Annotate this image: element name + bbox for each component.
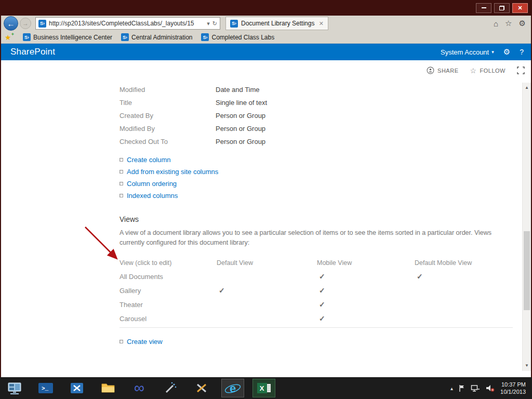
column-link-item: Column ordering	[119, 178, 514, 190]
vertical-scrollbar[interactable]: ▲ ▼	[522, 83, 531, 371]
view-row: All Documents ✓ ✓	[119, 270, 513, 284]
minimize-button[interactable]	[476, 3, 491, 13]
server-tools-icon[interactable]	[190, 379, 213, 397]
share-button[interactable]: SHARE	[427, 66, 458, 74]
scroll-down-button[interactable]: ▼	[523, 362, 531, 370]
view-row: Theater ✓	[119, 298, 513, 312]
address-url[interactable]: http://sp2013/sites/CompletedClassLabs/_…	[49, 20, 204, 27]
column-row: Modified Date and Time	[119, 83, 514, 96]
excel-icon[interactable]: X	[252, 379, 275, 397]
share-icon	[427, 66, 434, 74]
default-mobile-view-check: ✓	[415, 272, 513, 281]
views-table: View (click to edit) Default View Mobile…	[119, 256, 513, 328]
favorites-bar-item[interactable]: S› Business Intelligence Center	[23, 33, 112, 41]
powershell-icon[interactable]: >_	[34, 379, 57, 397]
favorites-items: S› Business Intelligence Center S› Centr…	[23, 33, 274, 41]
favorites-bar-item[interactable]: S› Completed Class Labs	[201, 33, 274, 41]
window-titlebar: ✕	[0, 0, 532, 16]
site-settings-gear-icon[interactable]: ⚙	[503, 47, 510, 57]
plus-icon: +	[11, 32, 14, 37]
forward-button[interactable]: →	[20, 18, 31, 29]
admin-wand-tools-icon[interactable]	[159, 379, 182, 397]
create-view-link[interactable]: Create view	[127, 338, 163, 345]
back-button[interactable]: ←	[4, 16, 18, 31]
scrollbar-thumb[interactable]	[524, 231, 530, 310]
columns-list: Modified Date and Time Title Single line…	[119, 81, 514, 148]
square-bullet-icon	[119, 194, 123, 197]
tab-favicon-sharepoint-icon: S›	[230, 20, 238, 28]
network-icon[interactable]	[471, 384, 480, 392]
chevron-down-icon: ▾	[491, 49, 494, 55]
view-name-link[interactable]: Theater	[119, 301, 217, 309]
favorites-bar-item[interactable]: S› Central Administration	[121, 33, 192, 41]
sharepoint-site-icon: S›	[38, 20, 46, 28]
column-action-link[interactable]: Add from existing site columns	[127, 168, 218, 176]
column-name-link[interactable]: Created By	[119, 112, 216, 119]
browser-settings-gear-icon[interactable]: ⚙	[519, 19, 526, 28]
home-icon[interactable]: ⌂	[494, 19, 498, 28]
start-button[interactable]	[3, 379, 26, 397]
column-name-link[interactable]: Checked Out To	[119, 138, 216, 145]
sharepoint-icon: S›	[201, 33, 209, 41]
page-content: Modified Date and Time Title Single line…	[1, 81, 531, 377]
share-label: SHARE	[437, 68, 458, 74]
browser-tab[interactable]: S› Document Library Settings ✕	[225, 17, 328, 30]
add-favorite-icon[interactable]: ★+	[5, 34, 14, 41]
follow-button[interactable]: ☆ FOLLOW	[470, 66, 506, 75]
view-name-link[interactable]: Gallery	[119, 287, 217, 295]
account-menu[interactable]: System Account ▾	[441, 48, 494, 56]
tab-close-icon[interactable]: ✕	[319, 20, 324, 27]
tray-expand-icon[interactable]: ▴	[450, 385, 453, 391]
help-button[interactable]: ?	[520, 48, 524, 56]
scroll-up-button[interactable]: ▲	[523, 84, 531, 92]
taskbar-clock[interactable]: 10:37 PM 10/1/2013	[500, 381, 526, 396]
column-name-link[interactable]: Modified By	[119, 125, 216, 132]
mobile-view-check: ✓	[317, 314, 415, 323]
volume-muted-icon[interactable]	[486, 384, 495, 392]
favorite-label: Completed Class Labs	[211, 34, 274, 41]
browser-window: ✕ ← → S› http://sp2013/sites/CompletedCl…	[0, 0, 532, 399]
infinity-app-icon[interactable]: ∞	[128, 379, 151, 397]
address-dropdown-icon[interactable]: ▾	[207, 20, 210, 27]
header-mobile-view: Mobile View	[317, 259, 415, 267]
focus-mode-button[interactable]	[517, 66, 525, 74]
column-type: Person or Group	[216, 112, 265, 119]
file-explorer-icon[interactable]	[97, 379, 119, 397]
column-action-link[interactable]: Column ordering	[127, 180, 177, 188]
internet-explorer-icon[interactable]: e	[221, 379, 244, 397]
address-bar[interactable]: S› http://sp2013/sites/CompletedClassLab…	[35, 17, 220, 30]
column-link-item: Create column	[119, 154, 514, 166]
restore-button[interactable]	[494, 3, 510, 13]
tab-title: Document Library Settings	[241, 20, 316, 27]
forward-arrow-icon: →	[22, 20, 29, 27]
refresh-icon[interactable]: ↻	[212, 20, 217, 27]
views-description: A view of a document library allows you …	[119, 228, 493, 248]
column-name-link[interactable]: Modified	[119, 86, 216, 94]
header-view: View (click to edit)	[119, 259, 217, 267]
action-center-flag-icon[interactable]	[459, 384, 465, 392]
favorites-star-icon[interactable]: ☆	[505, 19, 512, 28]
column-action-link[interactable]: Create column	[127, 156, 171, 164]
view-name-link[interactable]: Carousel	[119, 315, 217, 323]
favorite-label: Central Administration	[131, 34, 192, 41]
header-default-view: Default View	[217, 259, 317, 267]
column-type: Person or Group	[216, 138, 265, 145]
remote-app-icon[interactable]	[65, 379, 88, 397]
column-type: Person or Group	[216, 125, 265, 132]
column-action-link[interactable]: Indexed columns	[127, 192, 178, 200]
close-button[interactable]: ✕	[512, 3, 528, 13]
column-name-link[interactable]: Title	[119, 99, 216, 107]
default-view-check: ✓	[217, 286, 317, 295]
ribbon-row: SHARE ☆ FOLLOW	[1, 60, 531, 81]
column-type: Date and Time	[216, 86, 260, 94]
view-row: Carousel ✓	[119, 312, 513, 326]
browser-body: ← → S› http://sp2013/sites/CompletedClas…	[0, 16, 532, 377]
sharepoint-brand: SharePoint	[10, 47, 55, 57]
square-bullet-icon	[119, 340, 123, 343]
follow-star-icon: ☆	[470, 66, 476, 75]
clock-date: 10/1/2013	[500, 388, 526, 395]
views-heading: Views	[119, 215, 514, 223]
close-icon: ✕	[517, 5, 522, 11]
view-name-link[interactable]: All Documents	[119, 273, 217, 281]
column-row: Title Single line of text	[119, 96, 514, 109]
